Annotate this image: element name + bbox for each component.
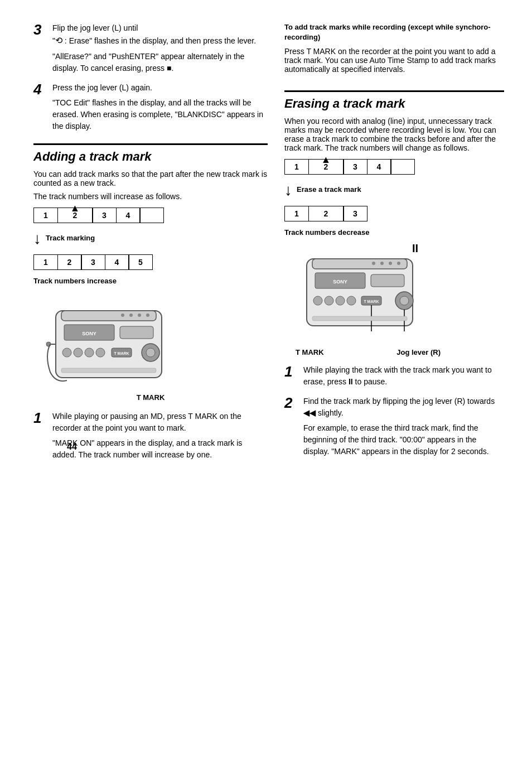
after-track-cell-1: 1: [33, 254, 58, 270]
svg-rect-15: [61, 368, 156, 373]
adding-step-1: 1 While playing or pausing an MD, press …: [33, 411, 268, 461]
erasing-step-1-text: While playing the track with the track m…: [303, 364, 504, 388]
erasing-step-1-content: While playing the track with the track m…: [303, 364, 504, 388]
svg-text:SONY: SONY: [333, 279, 347, 285]
track-cell-3: 3: [92, 208, 117, 223]
pause-symbol: II: [412, 242, 418, 255]
erasing-step-2-content: Find the track mark by flipping the jog …: [303, 396, 504, 457]
adding-after-diagram: 1 2 3 4 5: [33, 254, 268, 270]
svg-rect-4: [120, 326, 153, 339]
svg-point-19: [146, 314, 149, 317]
svg-rect-1: [61, 311, 156, 321]
svg-point-12: [146, 348, 155, 357]
erase-after-cell-2: 2: [308, 206, 344, 221]
track-cell-empty: [139, 208, 164, 223]
adding-after-label: Track numbers increase: [33, 277, 268, 285]
erasing-step-2-text: Find the track mark by flipping the jog …: [303, 396, 504, 419]
svg-point-17: [129, 314, 133, 317]
erasing-after-diagram: 1 2 3: [284, 206, 504, 221]
step-3-text3: "AllErase?" and "PushENTER" appear alter…: [52, 51, 268, 74]
track-cell-2: 2 ▲: [57, 208, 93, 223]
erase-after-cell-3: 3: [343, 206, 367, 221]
after-track-cell-4: 4: [105, 254, 129, 270]
svg-point-38: [397, 262, 400, 265]
subsection-text: Press T MARK on the recorder at the poin…: [284, 47, 504, 74]
svg-point-28: [347, 296, 356, 305]
adding-arrow-area: ↓ Track marking: [33, 230, 268, 248]
adding-section-title: Adding a track mark: [33, 143, 268, 164]
step-3-text2: "⟲ : Erase" flashes in the display, and …: [52, 34, 268, 47]
step-4-text1: Press the jog lever (L) again.: [52, 82, 268, 94]
device-illustration-left: SONY T MARK: [45, 294, 190, 389]
tmark-jog-labels: T MARK Jog lever (R): [296, 348, 441, 356]
svg-point-8: [96, 348, 105, 357]
page-number: 44: [67, 442, 77, 452]
erasing-step-2-number: 2: [284, 396, 298, 457]
step-3-number: 3: [33, 22, 47, 74]
erase-mark-arrow-icon: ▲: [321, 154, 331, 166]
step-3: 3 Flip the jog lever (L) until "⟲ : Eras…: [33, 22, 268, 74]
right-column: To add track marks while recording (exce…: [284, 22, 504, 469]
svg-text:T MARK: T MARK: [114, 351, 129, 355]
after-track-cell-3: 3: [81, 254, 105, 270]
erasing-before-diagram: 1 2 ▲ 3 4: [284, 159, 504, 175]
step-3-content: Flip the jog lever (L) until "⟲ : Erase"…: [52, 22, 268, 74]
recorder-svg-left: SONY T MARK: [45, 294, 190, 389]
erase-before-cell-4: 4: [367, 159, 391, 175]
erase-before-cell-3: 3: [343, 159, 367, 175]
adding-step-1-content: While playing or pausing an MD, press T …: [52, 411, 268, 461]
subsection-title: To add track marks while recording (exce…: [284, 22, 504, 42]
erasing-step-1-number: 1: [284, 364, 298, 388]
erasing-after-row: 1 2 3: [284, 206, 504, 221]
svg-point-25: [313, 296, 322, 305]
step-4-content: Press the jog lever (L) again. "TOC Edit…: [52, 82, 268, 132]
erase-after-cell-1: 1: [284, 206, 309, 221]
svg-point-16: [121, 314, 124, 317]
adding-arrow-label: Track marking: [46, 234, 95, 242]
svg-point-18: [138, 314, 141, 317]
svg-rect-39: [312, 316, 407, 321]
step-4-text2: "TOC Edit" flashes in the display, and a…: [52, 97, 268, 132]
erasing-before-row: 1 2 ▲ 3 4: [284, 159, 504, 175]
adding-step-1-text2: "MARK ON" appears in the display, and a …: [52, 437, 268, 461]
recorder-svg-right: SONY T MARK: [296, 242, 441, 337]
svg-point-7: [85, 348, 94, 357]
erasing-intro: When you record with analog (line) input…: [284, 117, 504, 152]
svg-point-35: [372, 262, 375, 265]
svg-point-33: [400, 296, 409, 305]
adding-intro2: The track numbers will increase as follo…: [33, 192, 268, 201]
erase-icon: ⟲: [55, 36, 62, 45]
svg-point-36: [380, 262, 384, 265]
after-track-cell-5: 5: [128, 254, 153, 270]
step-4: 4 Press the jog lever (L) again. "TOC Ed…: [33, 82, 268, 132]
erase-arrow-area: ↓ Erase a track mark: [284, 181, 504, 199]
erasing-step-2: 2 Find the track mark by flipping the jo…: [284, 396, 504, 457]
tmark-label-left: T MARK: [33, 393, 268, 402]
step-4-number: 4: [33, 82, 47, 132]
erase-before-cell-2: 2 ▲: [308, 159, 344, 175]
erase-label: Erase a track mark: [297, 185, 361, 194]
svg-point-5: [62, 348, 71, 357]
erasing-step-1: 1 While playing the track with the track…: [284, 364, 504, 388]
tmark-label-right: T MARK: [296, 348, 324, 356]
erase-down-arrow-icon: ↓: [284, 181, 292, 199]
erasing-step-2-text2: For example, to erase the third track ma…: [303, 422, 504, 457]
adding-after-row: 1 2 3 4 5: [33, 254, 268, 270]
erase-before-cell-1: 1: [284, 159, 309, 175]
step-3-text1: Flip the jog lever (L) until: [52, 22, 268, 34]
track-cell-1: 1: [33, 208, 58, 223]
track-mark-arrow-icon: ▲: [70, 202, 80, 214]
adding-step-1-text: While playing or pausing an MD, press T …: [52, 411, 268, 434]
svg-point-26: [325, 296, 333, 305]
svg-point-37: [389, 262, 392, 265]
after-track-cell-2: 2: [57, 254, 82, 270]
svg-point-27: [336, 296, 345, 305]
device-illustration-right: II SONY: [296, 242, 441, 343]
svg-text:SONY: SONY: [82, 331, 96, 336]
adding-before-row: 1 2 ▲ 3 4: [33, 208, 268, 223]
erasing-section-title: Erasing a track mark: [284, 90, 504, 111]
erase-before-cell-empty: [390, 159, 415, 175]
adding-before-diagram: 1 2 ▲ 3 4: [33, 208, 268, 223]
erasing-after-label: Track numbers decrease: [284, 228, 504, 237]
adding-intro1: You can add track marks so that the part…: [33, 170, 268, 187]
